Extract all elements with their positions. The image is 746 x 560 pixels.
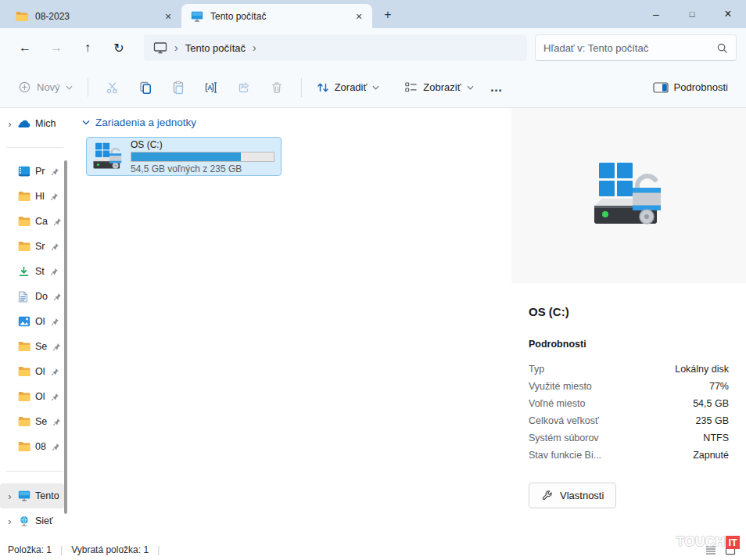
sidebar-scrollbar[interactable] [64,160,67,514]
sidebar-item-folder[interactable]: Ol [0,359,64,384]
details-view-toggle[interactable] [705,544,717,556]
chevron-right-icon[interactable]: › [5,118,14,130]
chevron-right-icon[interactable]: › [5,515,14,527]
new-tab-button[interactable]: + [377,5,399,25]
paste-button[interactable] [162,74,195,102]
up-button[interactable]: ↑ [72,34,103,61]
breadcrumb-item[interactable]: Tento počítač [185,42,246,54]
drive-tile-os-c[interactable]: OS (C:) 54,5 GB voľných z 235 GB [86,137,282,176]
minimize-button[interactable]: – [638,0,674,28]
cut-button[interactable] [96,74,129,102]
preview-area [511,108,746,283]
copy-button[interactable] [129,74,162,102]
search-input[interactable] [543,42,716,54]
chevron-down-icon [82,120,90,125]
sidebar-item-onedrive[interactable]: › Mich [0,111,64,136]
rename-button[interactable]: A [195,74,228,102]
tab-this-pc[interactable]: Tento počítač × [181,4,372,28]
tab-label: Tento počítač [210,11,344,22]
sidebar-item-documents[interactable]: Do [0,284,64,309]
details-heading: Podrobnosti [529,339,729,350]
sidebar-item-label: 08 [35,441,46,452]
this-pc-icon [191,10,204,23]
details-pane-toggle[interactable]: Podrobnosti [646,74,735,102]
tab-close-icon[interactable]: × [160,8,177,25]
refresh-button[interactable]: ↻ [103,34,134,61]
search-icon[interactable] [716,42,728,54]
breadcrumb[interactable]: › Tento počítač › [144,34,527,61]
desktop-icon [18,165,31,178]
sidebar-item-folder[interactable]: Hl [0,184,64,209]
pin-icon [50,192,59,201]
detail-value: 235 GB [696,415,729,426]
back-button[interactable]: ← [9,34,41,61]
sidebar-item-label: Se [35,416,47,427]
toolbar-divider [88,78,88,97]
maximize-button[interactable]: □ [674,0,710,28]
navigation-pane: › Mich Pr [0,108,74,540]
detail-row: Stav funkcie Bi... Zapnuté [529,447,729,464]
sidebar-item-this-pc[interactable]: › Tento [0,483,64,508]
document-icon [18,290,31,303]
share-button[interactable] [228,74,260,102]
sidebar-divider [6,471,63,472]
view-button[interactable]: Zobraziť [397,74,480,102]
svg-text:A: A [207,84,212,92]
properties-button[interactable]: Vlastnosti [529,483,616,508]
detail-label: Typ [529,364,544,375]
close-button[interactable]: × [710,0,746,28]
this-pc-icon [18,490,31,502]
file-list-area: Zariadenia a jednotky OS (C:) 54,5 GB vo… [74,108,511,540]
sidebar-item-label: Pr [35,166,45,177]
sidebar-item-label: Sr [35,241,45,252]
sidebar-item-folder[interactable]: Ca [0,209,64,234]
detail-row: Celková veľkosť 235 GB [529,412,729,429]
sidebar-item-downloads[interactable]: St [0,259,64,284]
network-icon [18,515,31,527]
sidebar-divider [6,147,63,148]
sidebar-item-folder[interactable]: 08 [0,434,64,459]
pin-icon [53,293,62,301]
bitlocker-drive-icon-large [590,161,668,230]
new-button[interactable]: Nový [11,74,80,102]
forward-button[interactable]: → [41,34,72,61]
detail-value: Zapnuté [693,450,729,461]
detail-value: NTFS [703,433,729,443]
sidebar-item-desktop[interactable]: Pr [0,159,64,184]
tab-08-2023[interactable]: 08-2023 × [6,4,181,28]
section-title: Zariadenia a jednotky [95,117,196,128]
sidebar-item-folder[interactable]: Ol [0,384,64,409]
sidebar-item-label: Sieť [35,515,53,526]
pictures-icon [18,315,31,328]
tab-close-icon[interactable]: × [350,8,368,25]
sidebar-item-pictures[interactable]: Ol [0,309,64,334]
more-options-button[interactable]: … [481,81,513,95]
sidebar-item-network[interactable]: › Sieť [0,508,64,533]
folder-icon [18,240,31,253]
detail-label: Systém súborov [529,433,599,443]
details-toggle-label: Podrobnosti [674,81,728,93]
drive-name: OS (C:) [131,139,274,150]
delete-button[interactable] [260,74,293,102]
sort-button[interactable]: Zoradiť [310,74,387,102]
pin-icon [51,167,59,176]
chevron-right-icon[interactable]: › [253,41,256,54]
details-pane-icon [653,81,669,94]
sidebar-item-folder[interactable]: Sr [0,234,64,259]
view-layout-icon [404,81,418,94]
large-icons-view-toggle[interactable] [724,544,737,556]
sidebar-item-folder[interactable]: Se [0,409,64,434]
sidebar-item-label: Ol [35,366,45,377]
drive-usage-fill [131,153,241,161]
sidebar-item-folder[interactable]: Se [0,334,64,359]
chevron-right-icon[interactable]: › [5,490,14,502]
folder-icon [18,415,31,428]
pin-icon [52,343,61,351]
detail-value: 77% [709,381,729,392]
section-devices-and-drives[interactable]: Zariadenia a jednotky [82,117,196,128]
new-label: Nový [37,81,60,93]
pin-icon [53,217,62,226]
pin-icon [50,267,59,276]
detail-value: 54,5 GB [693,398,729,409]
status-divider: | [60,544,63,555]
